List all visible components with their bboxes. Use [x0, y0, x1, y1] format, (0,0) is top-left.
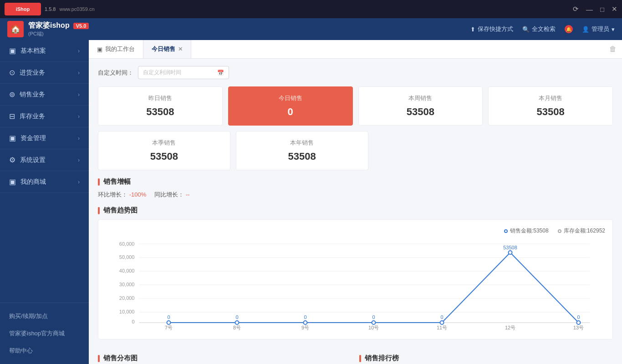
sidebar: ▣ 基本档案 › ⊙ 进货业务 › ⊚ 销售业务 ›	[0, 40, 89, 364]
svg-text:53508: 53508	[503, 245, 517, 250]
distribution-title-text: 销售分布图	[103, 354, 138, 363]
stat-yesterday-value: 53508	[106, 106, 215, 118]
refresh-button[interactable]: ⟳	[573, 5, 579, 13]
svg-text:12号: 12号	[505, 325, 515, 330]
svg-text:10号: 10号	[368, 325, 379, 330]
ranking-title-text: 销售排行榜	[365, 354, 399, 363]
sidebar-item-sales[interactable]: ⊚ 销售业务 ›	[0, 84, 89, 106]
brand-name: 管家婆ishop	[28, 21, 70, 30]
stat-year-value: 53508	[244, 151, 361, 162]
legend-inventory: 库存金额:162952	[558, 227, 605, 235]
bottom-row: 销售分布图 销售排行榜 名称 数量↓	[98, 347, 613, 364]
chart-section-title: 销售趋势图	[98, 206, 613, 215]
sidebar-item-label-sales: 销售业务	[20, 91, 45, 99]
calendar-icon: 📅	[217, 70, 224, 76]
chevron-right-icon: ›	[78, 70, 80, 76]
stat-today-value: 0	[236, 106, 345, 118]
chevron-right-icon: ›	[78, 157, 80, 163]
tabbar: ▣ 我的工作台 今日销售 ✕ 🗑	[89, 40, 622, 59]
svg-text:11号: 11号	[437, 325, 447, 330]
close-button[interactable]: ✕	[612, 5, 617, 13]
svg-point-17	[372, 321, 376, 324]
stat-yesterday-label: 昨日销售	[106, 94, 215, 102]
minimize-button[interactable]: —	[586, 5, 593, 13]
tab-close-icon[interactable]: ✕	[178, 46, 183, 52]
chevron-down-icon: ▾	[612, 26, 615, 33]
svg-text:0: 0	[235, 314, 238, 320]
sidebar-footer-official[interactable]: 管家婆ishop官方商城	[0, 325, 89, 342]
section-bar-chart	[98, 207, 100, 214]
yoy-value: --	[186, 191, 190, 198]
ranking-title: 销售排行榜	[359, 354, 613, 363]
svg-point-20	[577, 321, 581, 324]
search-icon: 🔍	[522, 26, 530, 33]
app-url: www.pc0359.cn	[59, 6, 94, 12]
sidebar-item-basic[interactable]: ▣ 基本档案 ›	[0, 40, 89, 62]
mom-value: -100%	[129, 191, 147, 198]
mom-label: 环比增长：	[98, 191, 127, 198]
date-placeholder: 自定义利润时间	[143, 69, 181, 76]
svg-point-15	[235, 321, 239, 324]
tab-workbench[interactable]: ▣ 我的工作台	[89, 40, 143, 58]
svg-text:30,000: 30,000	[119, 282, 135, 287]
legend-sales: 销售金额:53508	[504, 227, 549, 235]
stat-today-label: 今日销售	[236, 94, 345, 102]
stat-month-label: 本月销售	[496, 94, 605, 102]
shop-icon: ▣	[9, 177, 16, 186]
svg-point-16	[304, 321, 307, 324]
stat-quarter: 本季销售 53508	[98, 131, 230, 170]
sidebar-item-finance[interactable]: ▣ 资金管理 ›	[0, 127, 89, 149]
date-filter: 自定义时间： 自定义利润时间 📅	[98, 66, 613, 79]
save-shortcut-label: 保存快捷方式	[478, 25, 513, 33]
stat-week: 本周销售 53508	[358, 86, 483, 126]
version-badge: V5.0	[73, 23, 89, 29]
sidebar-item-label-shop: 我的商城	[20, 178, 46, 186]
app-logo: iShop	[5, 3, 41, 15]
stats-row-1: 昨日销售 53508 今日销售 0 本周销售 53508 本月销售 53508	[98, 86, 613, 126]
svg-text:7号: 7号	[165, 325, 173, 330]
svg-text:60,000: 60,000	[119, 241, 135, 247]
sidebar-item-inventory[interactable]: ⊟ 库存业务 ›	[0, 106, 89, 127]
sidebar-item-label-import: 进货业务	[20, 69, 45, 77]
growth-title-text: 销售增幅	[103, 177, 131, 186]
delete-tab-icon[interactable]: 🗑	[609, 45, 617, 53]
sidebar-item-label-basic: 基本档案	[20, 47, 46, 55]
finance-icon: ▣	[9, 134, 16, 142]
svg-text:0: 0	[304, 314, 306, 320]
growth-info: 环比增长： -100% 同比增长： --	[98, 191, 613, 199]
sidebar-item-label-finance: 资金管理	[20, 134, 46, 142]
sidebar-footer: 购买/续期/加点 管家婆ishop官方商城 帮助中心	[0, 303, 89, 364]
stat-week-value: 53508	[366, 106, 475, 118]
settings-icon: ⚙	[9, 156, 15, 164]
notification-button[interactable]: 🔔	[565, 25, 573, 33]
empty-spacer	[374, 131, 491, 170]
sidebar-item-import[interactable]: ⊙ 进货业务 ›	[0, 62, 89, 84]
sidebar-item-settings[interactable]: ⚙ 系统设置 ›	[0, 149, 89, 171]
sidebar-footer-purchase[interactable]: 购买/续期/加点	[0, 308, 89, 325]
topbar: 🏠 管家婆ishop V5.0 (PC端) ⬆ 保存快捷方式 🔍 全文检索 🔔 …	[0, 18, 622, 40]
user-button[interactable]: 👤 管理员 ▾	[582, 25, 615, 33]
titlebar: iShop 1.5.8 www.pc0359.cn ⟳ — □ ✕	[0, 0, 622, 18]
date-input[interactable]: 自定义利润时间 📅	[138, 66, 229, 79]
maximize-button[interactable]: □	[600, 5, 604, 13]
save-shortcut-button[interactable]: ⬆ 保存快捷方式	[470, 25, 513, 33]
sidebar-footer-help[interactable]: 帮助中心	[0, 342, 89, 359]
tab-today-sales-label: 今日销售	[152, 45, 175, 53]
stat-week-label: 本周销售	[366, 94, 475, 102]
chevron-right-icon: ›	[78, 91, 80, 98]
distribution-title: 销售分布图	[98, 354, 352, 363]
sidebar-menu: ▣ 基本档案 › ⊙ 进货业务 › ⊚ 销售业务 ›	[0, 40, 89, 303]
bell-icon: 🔔	[565, 25, 573, 33]
sidebar-item-shop[interactable]: ▣ 我的商城 ›	[0, 171, 89, 193]
full-search-button[interactable]: 🔍 全文检索	[522, 25, 556, 33]
tab-today-sales[interactable]: 今日销售 ✕	[143, 40, 191, 58]
section-bar-growth	[98, 178, 100, 186]
stat-month-value: 53508	[496, 106, 605, 118]
sales-icon: ⊚	[9, 90, 15, 99]
brand-icon: 🏠	[7, 21, 24, 37]
app-version: 1.5.8	[45, 6, 56, 12]
svg-text:0: 0	[577, 314, 580, 320]
stat-year: 本年销售 53508	[236, 131, 368, 170]
chart-container: 销售金额:53508 库存金额:162952 60,000 50,000 40,…	[98, 219, 613, 339]
svg-text:0: 0	[372, 314, 375, 320]
